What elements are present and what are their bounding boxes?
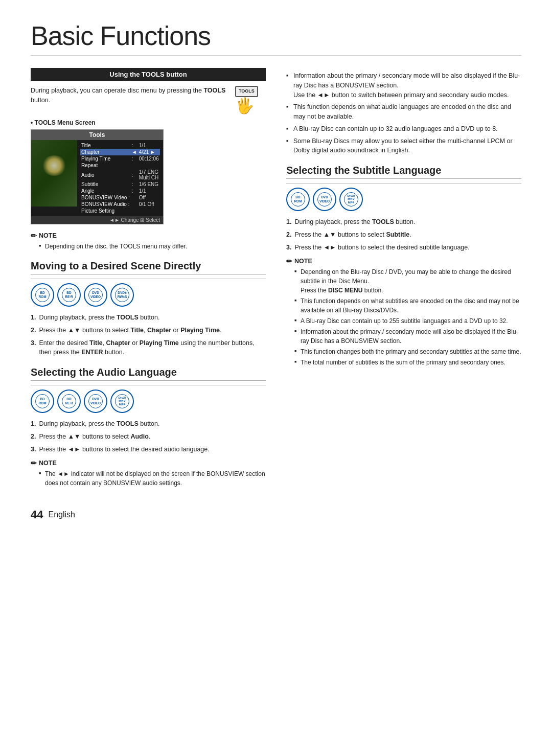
table-row: Chapter◄4/21 ► (80, 149, 160, 155)
page-title: Basic Functions (31, 20, 521, 56)
badge-bd-rom: BDROM (31, 283, 54, 307)
badge-dvd-video-audio: DVDVIDEO (84, 390, 107, 413)
moving-badges: BDROM BDRE·R DVDVIDEO DVD±RW±S (31, 283, 266, 307)
badge-dvd-video-subtitle: DVDVIDEO (313, 188, 336, 211)
audio-steps: 1.During playback, press the TOOLS butto… (31, 419, 266, 454)
tools-button-image: TOOLS 🖐 (235, 86, 266, 114)
tools-note-label: ✏ NOTE (31, 232, 266, 240)
list-item: 2.Press the ▲▼ buttons to select Title, … (31, 326, 266, 335)
list-item: The ◄► indicator will not be displayed o… (39, 469, 266, 488)
list-item: 3.Press the ◄► buttons to select the des… (286, 243, 521, 253)
table-row: Repeat (80, 162, 160, 169)
badge-divx-mp4-subtitle: DivX/MKVMP4 (339, 188, 363, 211)
list-item: A Blu-ray Disc can contain up to 32 audi… (286, 124, 521, 134)
table-row: Subtitle:1/6 ENG (80, 181, 160, 188)
tools-screen-table: Title:1/1 Chapter◄4/21 ► Playing Time:00… (77, 140, 163, 216)
audio-note-label: ✏ NOTE (31, 459, 266, 467)
tools-menu-label: • TOOLS Menu Screen (31, 119, 266, 126)
audio-note: ✏ NOTE The ◄► indicator will not be disp… (31, 459, 266, 488)
tools-note: ✏ NOTE Depending on the disc, the TOOLS … (31, 232, 266, 251)
subtitle-note-label: ✏ NOTE (286, 257, 521, 265)
list-item: This function changes both the primary a… (294, 347, 521, 356)
tools-intro-text: During playback, you can operate disc me… (31, 87, 203, 94)
list-item: This function depends on what subtitles … (294, 296, 521, 315)
badge-bd-re-r: BDRE·R (57, 283, 81, 307)
audio-note-list: The ◄► indicator will not be displayed o… (31, 469, 266, 488)
tools-note-list: Depending on the disc, the TOOLS menu ma… (31, 242, 266, 251)
badge-dvd-video: DVDVIDEO (84, 283, 107, 307)
table-row: Angle:1/1 (80, 188, 160, 194)
audio-right-bullets: Information about the primary / secondar… (286, 71, 521, 155)
list-item: 3.Enter the desired Title, Chapter or Pl… (31, 338, 266, 358)
list-item: Information about the primary / secondar… (294, 327, 521, 346)
left-column: Using the TOOLS button During playback, … (31, 68, 266, 521)
badge-bd-rom-subtitle: BDROM (286, 188, 310, 211)
tools-screen-body: Title:1/1 Chapter◄4/21 ► Playing Time:00… (31, 140, 163, 216)
list-item: Depending on the disc, the TOOLS menu ma… (39, 242, 266, 251)
list-item: 3.Press the ◄► buttons to select the des… (31, 445, 266, 454)
list-item: Information about the primary / secondar… (286, 71, 521, 100)
list-item: 1.During playback, press the TOOLS butto… (31, 419, 266, 429)
subtitle-section-heading: Selecting the Subtitle Language (286, 165, 521, 179)
moving-section-heading: Moving to a Desired Scene Directly (31, 260, 266, 274)
table-row: Picture Setting (80, 208, 160, 214)
subtitle-note-list: Depending on the Blu-ray Disc / DVD, you… (286, 267, 521, 367)
badge-divx-mp4-audio: DivX/MKVMP4 (110, 390, 134, 413)
right-column: Information about the primary / secondar… (286, 68, 521, 521)
badge-dvd-rw: DVD±RW±S (110, 283, 134, 307)
badge-bd-re-r-audio: BDRE·R (57, 390, 81, 413)
tools-bold: TOOLS (203, 87, 225, 94)
tools-screen-footer: ◄► Change ⊞ Select (31, 216, 163, 224)
tools-menu-screen: Tools Title:1/1 Chapter◄4/21 ► Playing T… (31, 129, 164, 224)
tools-section-header: Using the TOOLS button (31, 68, 266, 81)
list-item: Depending on the Blu-ray Disc / DVD, you… (294, 267, 521, 295)
tools-btn-icon: TOOLS (235, 86, 258, 97)
list-item: A Blu-ray Disc can contain up to 255 sub… (294, 316, 521, 326)
moving-steps: 1.During playback, press the TOOLS butto… (31, 313, 266, 357)
tools-screen-title: Tools (31, 130, 163, 140)
table-row: BONUSVIEW Video :Off (80, 194, 160, 201)
subtitle-badges: BDROM DVDVIDEO DivX/MKVMP4 (286, 188, 521, 211)
table-row: Audio:1/7 ENG Multi CH (80, 169, 160, 181)
list-item: This function depends on what audio lang… (286, 102, 521, 122)
pencil-icon: ✏ (31, 232, 37, 240)
pencil-icon-subtitle: ✏ (286, 257, 292, 265)
tools-screen-image (31, 140, 77, 207)
tools-hand-icon: 🖐 (235, 98, 266, 113)
list-item: 2.Press the ▲▼ buttons to select Subtitl… (286, 230, 521, 240)
tools-intro-end: button. (31, 97, 50, 104)
page-number: 44 English (31, 508, 266, 521)
list-item: The total number of subtitles is the sum… (294, 358, 521, 367)
subtitle-note: ✏ NOTE Depending on the Blu-ray Disc / D… (286, 257, 521, 367)
list-item: 2.Press the ▲▼ buttons to select Audio. (31, 432, 266, 442)
table-row: BONUSVIEW Audio :0/1 Off (80, 201, 160, 208)
audio-badges: BDROM BDRE·R DVDVIDEO DivX/MKVMP4 (31, 390, 266, 413)
list-item: 1.During playback, press the TOOLS butto… (286, 217, 521, 227)
table-row: Playing Time:00:12:06 (80, 155, 160, 162)
subtitle-steps: 1.During playback, press the TOOLS butto… (286, 217, 521, 252)
pencil-icon-audio: ✏ (31, 459, 37, 467)
list-item: Some Blu-ray Discs may allow you to sele… (286, 136, 521, 156)
audio-section-heading: Selecting the Audio Language (31, 366, 266, 381)
badge-bd-rom-audio: BDROM (31, 390, 54, 413)
list-item: 1.During playback, press the TOOLS butto… (31, 313, 266, 323)
tools-intro: During playback, you can operate disc me… (31, 86, 266, 114)
table-row: Title:1/1 (80, 142, 160, 149)
